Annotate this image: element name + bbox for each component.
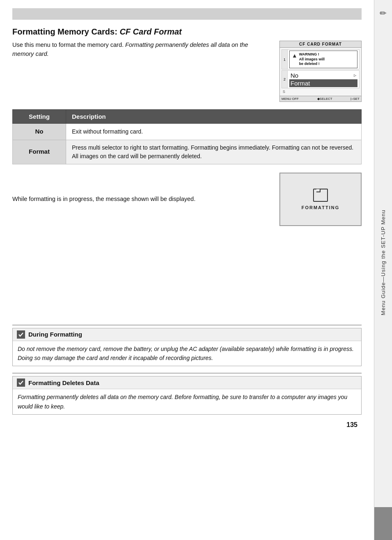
- table-header-setting: Setting: [13, 110, 66, 124]
- formatting-card-icon: [313, 189, 328, 202]
- setting-no: No: [13, 124, 66, 140]
- footer-set: ▷SET: [350, 97, 360, 101]
- note-during-formatting-header: During Formatting: [13, 328, 361, 341]
- camera-row-num-2: 2: [282, 71, 288, 88]
- intro-section: Use this menu to format the memory card.…: [12, 41, 362, 102]
- page-title: Formatting Memory Cards: CF Card Format: [12, 27, 362, 37]
- camera-s-label: S: [281, 89, 360, 94]
- table-row: Format Press multi selector to right to …: [13, 140, 362, 164]
- footer-select: ◆SELECT: [317, 97, 332, 101]
- settings-table: Setting Description No Exit without form…: [12, 109, 362, 164]
- camera-option-no: No ▷: [289, 72, 357, 79]
- warning-triangle-icon: ▲: [292, 52, 297, 59]
- formatting-screen-mockup: FORMATTING: [279, 173, 362, 226]
- camera-row-options: 2 No ▷ Format: [281, 70, 360, 88]
- check-icon-2: [17, 378, 25, 387]
- camera-footer-bar: MENU OFF ◆SELECT ▷SET: [280, 96, 361, 102]
- camera-screen-mockup: CF CARD FORMAT 1 ▲ WARNING ! All images …: [279, 41, 362, 102]
- camera-no-label: No: [291, 72, 298, 79]
- note-formatting-deletes-header: Formatting Deletes Data: [13, 376, 361, 389]
- separator-line-top: [12, 325, 362, 325]
- check-icon-1: [17, 330, 25, 339]
- warning-title: WARNING !: [299, 52, 325, 57]
- camera-no-arrow: ▷: [354, 74, 356, 77]
- title-italic-text: CF Card Format: [120, 27, 182, 36]
- description-format: Press multi selector to right to start f…: [66, 140, 362, 164]
- right-sidebar: ✏ Menu Guide—Using the SET-UP Menu: [374, 0, 392, 540]
- intro-text-block: Use this menu to format the memory card.…: [12, 41, 271, 59]
- camera-row-warning-content: ▲ WARNING ! All images will be deleted !: [288, 50, 359, 69]
- note-formatting-deletes-body: Formatting permanently deletes all data …: [13, 389, 361, 414]
- setting-format: Format: [13, 140, 66, 164]
- intro-plain: Use this menu to format the memory card.: [12, 42, 125, 48]
- page-number: 135: [12, 421, 362, 429]
- formatting-label: FORMATTING: [302, 205, 340, 210]
- sidebar-text-wrapper: Menu Guide—Using the SET-UP Menu: [380, 18, 386, 507]
- empty-area: [12, 238, 362, 321]
- top-bar: [12, 8, 362, 20]
- camera-row-warning: 1 ▲ WARNING ! All images will be deleted…: [281, 49, 360, 69]
- note-formatting-deletes: Formatting Deletes Data Formatting perma…: [12, 376, 362, 415]
- note-during-formatting: During Formatting Do not remove the memo…: [12, 328, 362, 367]
- sidebar-gray-block: [374, 507, 392, 540]
- note-during-formatting-body: Do not remove the memory card, remove th…: [13, 341, 361, 366]
- warning-line1: All images will: [299, 57, 325, 62]
- note-during-formatting-title: During Formatting: [28, 331, 82, 338]
- separator-line-mid: [12, 373, 362, 374]
- while-formatting-text: While formatting is in progress, the mes…: [12, 194, 271, 204]
- description-no: Exit without formatting card.: [66, 124, 362, 140]
- camera-row-num-1: 1: [282, 50, 288, 69]
- sidebar-label: Menu Guide—Using the SET-UP Menu: [380, 210, 386, 315]
- table-header-description: Description: [66, 110, 362, 124]
- table-row: No Exit without formatting card.: [13, 124, 362, 140]
- title-plain-text: Formatting Memory Cards:: [12, 27, 120, 36]
- while-formatting-section: While formatting is in progress, the mes…: [12, 173, 362, 226]
- camera-option-format: Format: [289, 79, 357, 87]
- note-formatting-deletes-title: Formatting Deletes Data: [28, 379, 99, 386]
- warning-line2: be deleted !: [299, 62, 325, 67]
- camera-screen-title: CF CARD FORMAT: [280, 41, 361, 48]
- footer-menu-off: MENU OFF: [281, 97, 299, 101]
- pencil-icon: ✏: [380, 8, 387, 18]
- camera-format-label: Format: [291, 80, 310, 87]
- camera-options-content: No ▷ Format: [288, 71, 359, 88]
